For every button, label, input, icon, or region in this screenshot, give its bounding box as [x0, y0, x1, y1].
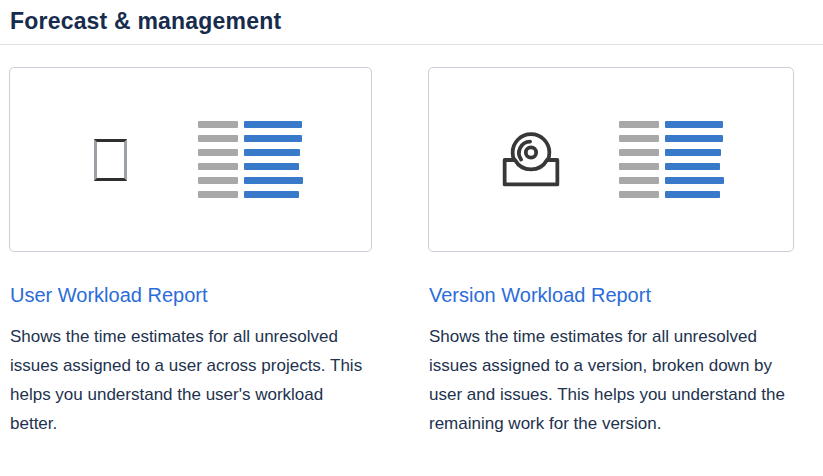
blue-bar: [665, 149, 721, 156]
blue-bar: [665, 135, 723, 142]
gray-bar: [619, 191, 659, 198]
disc-in-tray-svg: [499, 130, 563, 190]
gray-bar: [619, 163, 659, 170]
version-workload-report-link[interactable]: Version Workload Report: [429, 283, 651, 307]
report-version-workload: Version Workload Report Shows the time e…: [428, 67, 794, 438]
illustration-bar-row: [198, 149, 303, 156]
gray-bar: [619, 177, 659, 184]
missing-glyph-box: [94, 139, 127, 181]
blue-bar: [665, 121, 723, 128]
gray-bar: [198, 191, 238, 198]
user-workload-thumbnail[interactable]: [9, 67, 372, 252]
blue-bar: [665, 191, 720, 198]
illustration-bar-row: [619, 135, 724, 142]
illustration-bar-row: [619, 177, 724, 184]
blue-bar: [244, 163, 299, 170]
user-workload-report-link[interactable]: User Workload Report: [10, 283, 207, 307]
version-workload-thumbnail[interactable]: [428, 67, 794, 252]
report-illustration: [198, 121, 303, 198]
illustration-bar-row: [619, 149, 724, 156]
illustration-bar-row: [198, 121, 303, 128]
blue-bar: [665, 163, 720, 170]
gray-bar: [198, 163, 238, 170]
gray-bar: [619, 149, 659, 156]
blue-bar: [665, 177, 724, 184]
gray-bar: [619, 121, 659, 128]
illustration-bar-row: [198, 163, 303, 170]
illustration-bar-row: [619, 121, 724, 128]
illustration-bar-row: [619, 191, 724, 198]
missing-glyph-icon: [78, 139, 142, 181]
report-illustration: [619, 121, 724, 198]
gray-bar: [198, 121, 238, 128]
section-divider: [0, 44, 823, 45]
blue-bar: [244, 121, 302, 128]
blue-bar: [244, 177, 303, 184]
user-workload-description: Shows the time estimates for all unresol…: [10, 322, 372, 438]
illustration-bar-row: [198, 177, 303, 184]
illustration-bar-row: [198, 135, 303, 142]
gray-bar: [198, 135, 238, 142]
reports-page: Forecast & management User Workload Repo…: [0, 0, 823, 438]
gray-bar: [198, 177, 238, 184]
version-workload-description: Shows the time estimates for all unresol…: [429, 322, 794, 438]
gray-bar: [198, 149, 238, 156]
illustration-bar-row: [198, 191, 303, 198]
gray-bar: [619, 135, 659, 142]
disc-in-tray-icon: [499, 130, 563, 190]
blue-bar: [244, 149, 300, 156]
blue-bar: [244, 191, 299, 198]
illustration-bar-row: [619, 163, 724, 170]
blue-bar: [244, 135, 302, 142]
section-heading: Forecast & management: [10, 7, 823, 35]
report-cards: User Workload Report Shows the time esti…: [9, 67, 823, 438]
report-user-workload: User Workload Report Shows the time esti…: [9, 67, 372, 438]
